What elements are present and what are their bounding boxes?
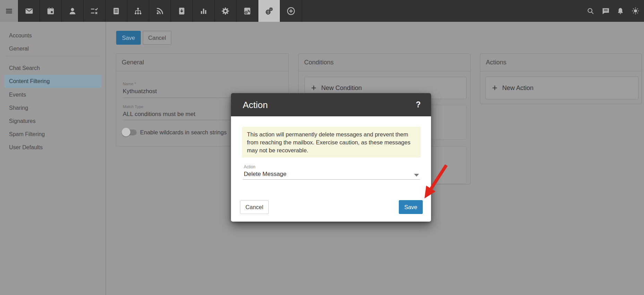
plus-icon: + [311,83,316,92]
toolbar-connections[interactable] [127,0,149,22]
calendar-icon [46,7,55,16]
toolbar-message-archive[interactable] [171,0,193,22]
contacts-icon [68,7,77,16]
toolbar-rss[interactable] [149,0,171,22]
dialog-cancel-button[interactable]: Cancel [240,200,269,214]
theme-sun-icon [631,7,640,15]
mail-icon [25,7,34,16]
theme-toggle-button[interactable] [631,7,640,16]
cancel-button[interactable]: Cancel [143,31,171,45]
domain-reports-icon [243,7,252,16]
notifications-bell-icon [616,7,625,15]
dialog-header: Action ? [231,93,431,116]
name-field-label: Name * [123,82,136,86]
sidebar-item-accounts[interactable]: Accounts [0,29,101,42]
new-item-plus-icon [286,6,296,16]
save-button[interactable]: Save [116,31,141,45]
toolbar-mail[interactable] [18,0,40,22]
sidebar-item-sharing[interactable]: Sharing [0,101,101,115]
chat-icon [601,7,610,15]
settings-gear-icon [221,7,230,16]
new-action-label: New Action [502,84,533,92]
sidebar-item-general[interactable]: General [0,42,101,55]
plus-icon: + [492,83,497,92]
wildcards-toggle-label: Enable wildcards in search strings [140,129,226,136]
action-select-value[interactable]: Delete Message [244,171,286,178]
chat-button[interactable] [601,7,610,16]
match-type-label: Match Type [123,105,143,109]
sidebar-item-chat-search[interactable]: Chat Search [0,62,101,75]
hamburger-menu-icon [5,7,14,16]
general-panel-title: General [116,54,289,71]
settings-sidebar: Accounts General Chat Search Content Fil… [0,22,106,295]
match-type-value[interactable]: ALL conditions must be met [123,111,195,118]
actions-panel: Actions + New Action [480,53,642,104]
dialog-title: Action [243,93,268,116]
sidebar-item-events[interactable]: Events [0,88,101,101]
toggle-knob [122,128,130,136]
toolbar-reports[interactable] [193,0,215,22]
menu-button[interactable] [0,0,18,22]
actions-panel-title: Actions [480,54,642,71]
notifications-button[interactable] [616,7,625,16]
new-action-button[interactable]: + New Action [486,77,638,99]
new-condition-label: New Condition [321,84,362,92]
toolbar-domain-settings[interactable] [258,0,280,22]
toolbar-settings[interactable] [215,0,237,22]
help-icon[interactable]: ? [416,93,421,116]
message-archive-icon [177,7,186,16]
tasks-icon [90,7,99,16]
sidebar-item-signatures[interactable]: Signatures [0,115,101,128]
sidebar-item-user-defaults[interactable]: User Defaults [0,141,101,154]
toolbar-notes[interactable] [105,0,127,22]
action-select-underline [243,179,420,180]
sidebar-divider [6,56,100,56]
domain-settings-icon [265,6,274,16]
toolbar-domain-reports[interactable] [237,0,258,22]
rss-feeds-icon [155,7,164,16]
action-dialog: Action ? This action will permanently de… [231,93,431,222]
warning-text: This action will permanently delete mess… [247,131,410,153]
search-icon [586,7,595,15]
toolbar-new-item[interactable] [280,0,302,22]
sidebar-item-spam-filtering[interactable]: Spam Filtering [0,128,101,141]
sidebar-item-content-filtering[interactable]: Content Filtering [5,75,101,88]
reports-icon [199,7,208,16]
wildcards-toggle[interactable] [122,129,137,136]
connections-icon [134,7,143,16]
conditions-panel-title: Conditions [299,54,470,71]
content-divider-line [105,22,106,295]
dialog-save-button[interactable]: Save [399,200,423,214]
search-button[interactable] [586,7,595,16]
action-select-label: Action [244,164,255,169]
top-toolbar [0,0,644,22]
notes-icon [112,7,121,16]
chevron-down-icon[interactable] [414,174,419,177]
name-field-value[interactable]: Kythuatzhost [123,88,157,95]
toolbar-tasks[interactable] [84,0,105,22]
toolbar-calendar[interactable] [40,0,62,22]
warning-message-box: This action will permanently delete mess… [242,127,421,158]
toolbar-contacts[interactable] [62,0,84,22]
